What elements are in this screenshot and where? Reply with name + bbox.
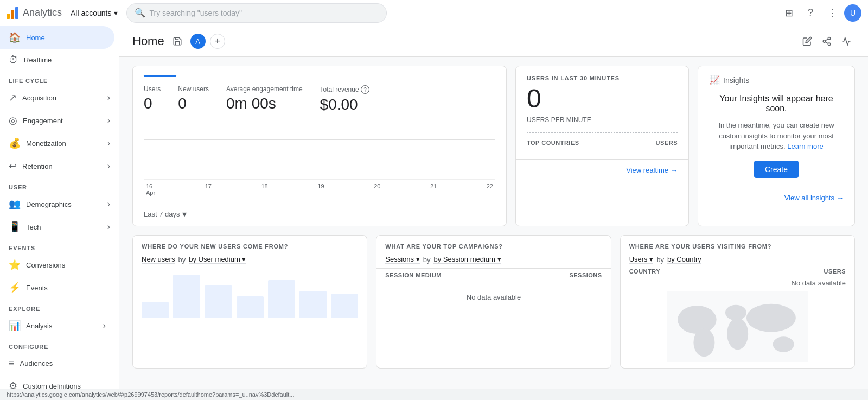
bar-item: [205, 285, 232, 318]
users-col: USERS: [824, 268, 846, 275]
edit-icon[interactable]: [799, 33, 816, 50]
sidebar-item-analysis[interactable]: 📊 Analysis ›: [0, 314, 114, 337]
sidebar-monetization-label: Monetization: [26, 139, 66, 148]
help-icon[interactable]: ?: [801, 3, 820, 23]
stats-metrics: Users 0 New users 0 Average engagement t…: [144, 85, 495, 113]
date-filter-dropdown-icon: ▾: [182, 209, 187, 219]
page-header-left: Home A +: [132, 33, 225, 50]
new-users-value: 0: [178, 95, 209, 112]
insights-heading: Your Insights will appear here soon.: [709, 94, 844, 113]
sidebar-audiences-label: Audiences: [20, 359, 53, 367]
sidebar-item-conversions[interactable]: ⭐ Conversions: [0, 253, 114, 276]
chart-labels: 16Apr 17 18 19 20 21 22: [144, 183, 495, 196]
bar-item: [237, 296, 264, 318]
new-users-dimension-control[interactable]: by User medium ▾: [189, 255, 246, 264]
retention-icon: ↩: [9, 160, 17, 172]
insights-footer: View all insights →: [698, 187, 854, 208]
svg-point-10: [727, 318, 748, 350]
world-map: [629, 291, 846, 362]
sidebar-home-label: Home: [26, 34, 45, 42]
users-label: Users: [144, 85, 161, 93]
sidebar-item-home[interactable]: 🏠 Home: [0, 26, 114, 49]
info-icon[interactable]: ?: [361, 85, 369, 94]
analysis-icon: 📊: [9, 320, 21, 332]
learn-more-link[interactable]: Learn more: [787, 142, 823, 150]
avatar[interactable]: U: [844, 4, 861, 22]
view-realtime-link[interactable]: View realtime →: [527, 166, 678, 174]
add-property-button[interactable]: +: [210, 34, 225, 49]
new-users-label: New users: [178, 85, 209, 93]
svg-point-12: [773, 336, 794, 352]
bar-item: [268, 280, 295, 318]
view-all-insights-link[interactable]: View all insights →: [784, 194, 844, 202]
chevron-right-icon5: ›: [107, 199, 110, 209]
apps-icon[interactable]: ⊞: [779, 3, 799, 23]
campaigns-no-data: No data available: [376, 282, 610, 312]
sidebar-item-events[interactable]: ⚡ Events: [0, 276, 114, 299]
audiences-icon: ≡: [9, 358, 15, 369]
search-bar[interactable]: 🔍 Try searching "users today": [126, 3, 387, 23]
insights-title: Insights: [723, 76, 749, 85]
lifecycle-section-label: LIFE CYCLE: [0, 71, 119, 86]
geo-dimension-control[interactable]: by Country: [667, 255, 701, 264]
svg-point-1: [823, 40, 826, 43]
realtime-divider: [527, 132, 678, 133]
new-users-bar-chart: [133, 268, 367, 322]
total-revenue-metric: Total revenue ? $0.00: [320, 85, 369, 113]
save-report-icon[interactable]: [169, 33, 186, 50]
sessions-col: SESSIONS: [569, 272, 602, 278]
users-col-label: USERS: [656, 139, 678, 146]
realtime-label: USERS IN LAST 30 MINUTES: [527, 75, 678, 81]
engagement-icon: ◎: [9, 115, 17, 126]
svg-line-3: [825, 42, 828, 43]
users-value: 0: [144, 95, 161, 112]
logo: Analytics: [7, 7, 62, 19]
compare-icon[interactable]: [838, 33, 855, 50]
new-users-title: WHERE DO YOUR NEW USERS COME FROM?: [142, 243, 358, 250]
monetization-icon: 💰: [9, 137, 21, 149]
chevron-right-icon3: ›: [107, 138, 110, 148]
conversions-icon: ⭐: [9, 259, 21, 271]
geo-metric-control[interactable]: Users ▾: [629, 255, 654, 264]
realtime-icon: ⏱: [9, 54, 18, 66]
events-section-label: EVENTS: [0, 238, 119, 253]
sidebar-item-realtime[interactable]: ⏱ Realtime: [0, 49, 114, 71]
logo-icon: [7, 7, 18, 19]
sidebar-item-acquisition[interactable]: ↗ Acquisition ›: [0, 86, 119, 109]
user-section-label: USER: [0, 177, 119, 193]
share-icon[interactable]: [818, 33, 835, 50]
campaigns-title: WHAT ARE YOUR TOP CAMPAIGNS?: [385, 243, 602, 250]
geo-no-data: No data available: [629, 279, 846, 287]
sidebar-conversions-label: Conversions: [26, 261, 65, 269]
events-icon: ⚡: [9, 282, 21, 294]
insights-header: 📈 Insights: [709, 75, 844, 85]
svg-point-0: [828, 37, 831, 40]
bar-item: [331, 294, 358, 318]
sidebar-item-demographics[interactable]: 👥 Demographics ›: [0, 193, 119, 215]
status-url: https://analytics.google.com/analytics/w…: [7, 391, 294, 398]
create-button[interactable]: Create: [754, 161, 799, 178]
chevron-right-icon2: ›: [107, 116, 110, 125]
acquisition-icon: ↗: [9, 92, 17, 104]
date-filter[interactable]: Last 7 days ▾: [133, 205, 506, 226]
sidebar-item-audiences[interactable]: ≡ Audiences: [0, 352, 114, 374]
svg-point-7: [678, 306, 717, 334]
new-users-metric-control[interactable]: New users: [142, 255, 175, 264]
stats-top-bar: [144, 75, 176, 77]
sidebar: 🏠 Home ⏱ Realtime LIFE CYCLE ↗ Acquisiti…: [0, 26, 119, 400]
campaigns-metric-control[interactable]: Sessions ▾: [385, 255, 419, 264]
main-content: Home A +: [119, 26, 868, 400]
realtime-card: USERS IN LAST 30 MINUTES 0 USERS PER MIN…: [515, 66, 689, 226]
topbar: Analytics All accounts ▾ 🔍 Try searching…: [0, 0, 868, 26]
bar-item: [299, 291, 327, 318]
svg-line-4: [825, 39, 828, 41]
new-users-metric: New users 0: [178, 85, 209, 113]
campaigns-dimension-control[interactable]: by Session medium ▾: [433, 255, 501, 264]
more-options-icon[interactable]: ⋮: [822, 3, 842, 23]
account-selector[interactable]: All accounts ▾: [66, 7, 122, 20]
sidebar-item-tech[interactable]: 📱 Tech ›: [0, 215, 119, 238]
sidebar-item-monetization[interactable]: 💰 Monetization ›: [0, 132, 119, 155]
sidebar-item-retention[interactable]: ↩ Retention ›: [0, 155, 119, 177]
sidebar-item-engagement[interactable]: ◎ Engagement ›: [0, 109, 119, 132]
session-medium-col: SESSION MEDIUM: [385, 272, 442, 278]
